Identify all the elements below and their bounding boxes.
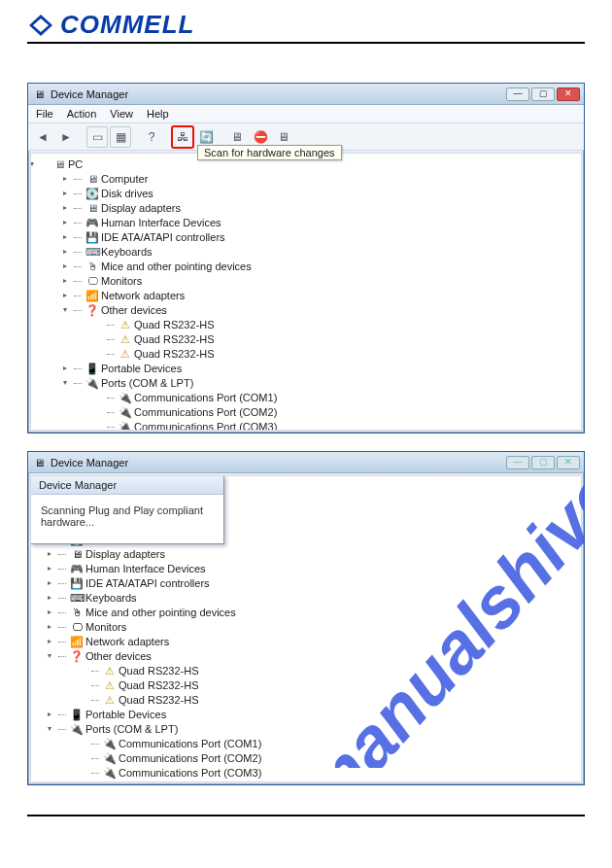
- maximize-button[interactable]: ▢: [531, 87, 555, 101]
- forward-button[interactable]: ►: [55, 126, 77, 148]
- monitor-icon: 🖵: [70, 620, 84, 635]
- node-mice[interactable]: Mice and other pointing devices: [101, 260, 252, 274]
- node-other[interactable]: Other devices: [101, 303, 167, 318]
- disk-icon: 💽: [85, 187, 99, 201]
- node-keyboards[interactable]: Keyboards: [85, 591, 137, 606]
- node-com1[interactable]: Communications Port (COM1): [119, 737, 261, 751]
- display-icon: 🖥: [85, 201, 99, 216]
- tree-view[interactable]: ▸💽Disk drives ▸🖥Display adapters ▸🎮Human…: [30, 475, 582, 782]
- node-monitors[interactable]: Monitors: [85, 620, 126, 635]
- node-ide[interactable]: IDE ATA/ATAPI controllers: [101, 230, 225, 245]
- node-portable[interactable]: Portable Devices: [85, 708, 166, 722]
- network-icon: 📶: [70, 635, 84, 649]
- node-quad1[interactable]: Quad RS232-HS: [119, 664, 199, 678]
- port-icon: 🔌: [119, 420, 132, 431]
- header-rule: [27, 42, 585, 44]
- network-icon: 📶: [85, 289, 99, 303]
- menu-view[interactable]: View: [110, 108, 133, 120]
- node-ports[interactable]: Ports (COM & LPT): [101, 376, 193, 391]
- show-hidden-button[interactable]: ▭: [86, 126, 108, 148]
- other-icon: ❓: [70, 649, 84, 664]
- scan-hardware-button[interactable]: 🖧: [172, 126, 193, 148]
- menubar: File Action View Help: [28, 105, 584, 123]
- menu-file[interactable]: File: [36, 108, 53, 120]
- node-monitors[interactable]: Monitors: [101, 274, 142, 289]
- pc-icon: 🖥: [52, 157, 66, 172]
- ide-icon: 💾: [70, 576, 84, 591]
- app-icon: 🖥: [34, 88, 45, 100]
- computer-icon: 🖥: [85, 172, 99, 187]
- menu-help[interactable]: Help: [147, 108, 169, 120]
- node-quad1[interactable]: Quad RS232-HS: [134, 318, 215, 332]
- portable-icon: 📱: [85, 362, 99, 376]
- node-keyboards[interactable]: Keyboards: [101, 245, 153, 260]
- window-title: Device Manager: [51, 88, 128, 100]
- port-icon: 🔌: [103, 737, 117, 751]
- device-manager-window-1: 🖥 Device Manager — ▢ ✕ File Action View …: [27, 83, 585, 434]
- node-quad2[interactable]: Quad RS232-HS: [119, 678, 199, 693]
- device-manager-window-2: 🖥 Device Manager — ▢ ✕ ▸💽Disk drives ▸🖥D…: [27, 451, 585, 785]
- close-button[interactable]: ✕: [557, 87, 580, 101]
- warning-icon: ⚠: [119, 332, 132, 347]
- node-com3[interactable]: Communications Port (COM3): [119, 766, 261, 781]
- brand-logo: COMMELL: [27, 10, 585, 40]
- node-display[interactable]: Display adapters: [85, 547, 165, 562]
- node-com2[interactable]: Communications Port (COM2): [119, 751, 261, 766]
- toolbar: ◄ ► ▭ ▦ ? 🖧 🔄 🖥 ⛔ 🖥 Scan for hardware ch…: [28, 123, 584, 151]
- node-com1[interactable]: Communications Port (COM1): [134, 391, 277, 405]
- node-computer[interactable]: Computer: [101, 172, 148, 187]
- port-icon: 🔌: [103, 751, 117, 766]
- help-button[interactable]: ?: [141, 126, 162, 148]
- titlebar[interactable]: 🖥 Device Manager — ▢ ✕: [28, 452, 584, 473]
- footer-rule: [27, 815, 585, 816]
- warning-icon: ⚠: [119, 318, 132, 332]
- node-disk[interactable]: Disk drives: [101, 187, 153, 201]
- window-title: Device Manager: [51, 457, 128, 469]
- node-com4[interactable]: Communications Port (COM4): [119, 781, 261, 782]
- titlebar[interactable]: 🖥 Device Manager — ▢ ✕: [28, 84, 584, 105]
- node-other[interactable]: Other devices: [85, 649, 152, 664]
- tree-view[interactable]: ▾🖥PC ▸🖥Computer ▸💽Disk drives ▸🖥Display …: [30, 153, 582, 431]
- mouse-icon: 🖱: [85, 260, 99, 274]
- keyboard-icon: ⌨: [70, 591, 84, 606]
- node-quad3[interactable]: Quad RS232-HS: [134, 347, 215, 362]
- node-ide[interactable]: IDE ATA/ATAPI controllers: [85, 576, 210, 591]
- brand-text: COMMELL: [60, 10, 194, 40]
- maximize-button[interactable]: ▢: [531, 456, 555, 469]
- ports-icon: 🔌: [85, 376, 99, 391]
- node-network[interactable]: Network adapters: [101, 289, 185, 303]
- minimize-button[interactable]: —: [506, 456, 529, 469]
- monitor-icon: 🖵: [85, 274, 99, 289]
- close-button[interactable]: ✕: [557, 456, 580, 469]
- keyboard-icon: ⌨: [85, 245, 99, 260]
- ports-icon: 🔌: [70, 722, 84, 737]
- node-mice[interactable]: Mice and other pointing devices: [85, 606, 236, 620]
- properties-button[interactable]: ▦: [110, 126, 131, 148]
- node-portable[interactable]: Portable Devices: [101, 362, 182, 376]
- menu-action[interactable]: Action: [67, 108, 97, 120]
- node-com2[interactable]: Communications Port (COM2): [134, 405, 277, 420]
- dialog-title: Device Manager: [31, 476, 223, 495]
- back-button[interactable]: ◄: [32, 126, 53, 148]
- node-quad2[interactable]: Quad RS232-HS: [134, 332, 215, 347]
- port-icon: 🔌: [103, 781, 117, 782]
- node-hid[interactable]: Human Interface Devices: [101, 216, 221, 230]
- node-ports[interactable]: Ports (COM & LPT): [85, 722, 178, 737]
- node-com3[interactable]: Communications Port (COM3): [134, 420, 277, 431]
- hid-icon: 🎮: [70, 562, 84, 576]
- ide-icon: 💾: [85, 230, 99, 245]
- device-tree: ▸💽Disk drives ▸🖥Display adapters ▸🎮Human…: [37, 533, 575, 782]
- dialog-body: Scanning Plug and Play compliant hardwar…: [31, 495, 223, 543]
- app-icon: 🖥: [34, 457, 45, 469]
- hid-icon: 🎮: [85, 216, 99, 230]
- minimize-button[interactable]: —: [506, 87, 529, 101]
- node-hid[interactable]: Human Interface Devices: [85, 562, 206, 576]
- brand-icon: [27, 13, 54, 38]
- node-quad3[interactable]: Quad RS232-HS: [119, 693, 199, 708]
- mouse-icon: 🖱: [70, 606, 84, 620]
- node-network[interactable]: Network adapters: [85, 635, 169, 649]
- node-display[interactable]: Display adapters: [101, 201, 181, 216]
- port-icon: 🔌: [119, 405, 132, 420]
- node-pc[interactable]: PC: [68, 157, 83, 172]
- portable-icon: 📱: [70, 708, 84, 722]
